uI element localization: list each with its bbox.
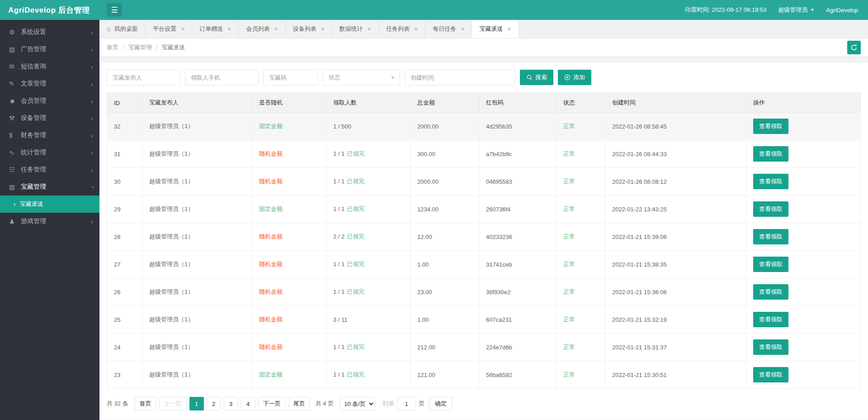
claim-done-label: 已领完: [347, 205, 364, 212]
sidebar-item-label: 会员管理: [21, 97, 91, 105]
page-3-button[interactable]: 3: [224, 397, 238, 410]
sidebar-subitem-treasure-delivery[interactable]: ›宝藏派送: [0, 196, 99, 213]
tab-close-icon[interactable]: ×: [274, 25, 278, 33]
action-cell: 查看领取: [746, 334, 861, 361]
tab-close-icon[interactable]: ×: [368, 25, 371, 33]
tab-data-stats[interactable]: 数据统计×: [332, 20, 379, 38]
column-header: 状态: [557, 93, 605, 113]
created-time-cell: 2022-01-22 13:43:25: [605, 196, 746, 223]
table-row: 29 超级管理员（1） 固定金额 1 / 1已领完 1234.00 260736…: [107, 196, 861, 223]
page-first-button[interactable]: 首页: [135, 397, 156, 410]
sidebar-item-article-management[interactable]: ✎文章管理‹: [0, 75, 99, 92]
sidebar-item-device-management[interactable]: ⚒设备管理‹: [0, 110, 99, 127]
status-cell: 正常: [557, 196, 605, 223]
claim-count-cell: 3 / 11: [326, 306, 410, 334]
page-last-button[interactable]: 尾页: [288, 397, 310, 410]
sidebar-item-ad-management[interactable]: ▧广告管理‹: [0, 41, 99, 58]
claim-progress: 1 / 1: [333, 288, 344, 295]
sidebar-item-member-management[interactable]: ☻会员管理‹: [0, 92, 99, 110]
sidebar-item-system-settings[interactable]: ⚙系统设置‹: [0, 24, 99, 41]
tab-device-list[interactable]: 设备列表×: [286, 20, 332, 38]
page-2-button[interactable]: 2: [207, 397, 221, 410]
claim-progress: 1 / 500: [333, 123, 351, 130]
page-4-button[interactable]: 4: [241, 397, 255, 410]
search-button[interactable]: 搜索: [520, 70, 553, 85]
sidebar-item-label: 广告管理: [21, 45, 91, 53]
action-cell: 查看领取: [746, 251, 861, 278]
claim-done-label: 已领完: [347, 344, 364, 350]
sidebar-item-stats-management[interactable]: ∿统计管理‹: [0, 144, 99, 161]
amount-cell: 23.00: [410, 278, 479, 306]
page-1-button[interactable]: 1: [189, 397, 204, 410]
phone-filter-input[interactable]: [185, 69, 259, 86]
redpacket-code-cell: 40233236: [479, 223, 557, 251]
tab-platform-settings[interactable]: 平台设置×: [146, 20, 192, 38]
header-time: 印度时间: 2022-09-17 06:19:53: [685, 6, 766, 14]
sidebar-item-sms-query[interactable]: ✉短信查询‹: [0, 58, 99, 75]
status-select[interactable]: 状态 ▼: [323, 69, 400, 86]
action-cell: 查看领取: [746, 168, 861, 196]
tab-desktop[interactable]: ⌂我的桌面: [99, 20, 146, 38]
tab-order-gift[interactable]: 订单赠送×: [192, 20, 239, 38]
breadcrumb-item[interactable]: 首页: [107, 43, 118, 52]
tab-close-icon[interactable]: ×: [181, 25, 184, 33]
plus-circle-icon: [564, 74, 571, 81]
tab-label: 会员列表: [246, 25, 269, 33]
tab-task-list[interactable]: 任务列表×: [379, 20, 425, 38]
treasure-table: ID宝藏发布人是否随机领取人数总金额红包码状态创建时间操作 32 超级管理员（1…: [107, 93, 861, 389]
view-claims-button[interactable]: 查看领取: [753, 174, 788, 189]
chevron-icon: ‹: [91, 97, 93, 105]
breadcrumb-item[interactable]: 宝藏管理: [128, 43, 152, 52]
user-menu[interactable]: 超级管理员 ▼: [778, 6, 814, 14]
page-size-select[interactable]: 10 条/页: [340, 397, 375, 410]
chevron-icon: ‹: [91, 115, 93, 122]
view-claims-button[interactable]: 查看领取: [753, 312, 788, 327]
tab-close-icon[interactable]: ×: [227, 25, 231, 33]
jump-page-input[interactable]: [397, 397, 416, 410]
view-claims-button[interactable]: 查看领取: [753, 339, 788, 355]
confirm-button[interactable]: 确定: [429, 397, 453, 410]
sidebar-item-finance-management[interactable]: $财务管理‹: [0, 127, 99, 144]
publisher-cell: 超级管理员（1）: [142, 196, 252, 223]
column-header: 是否随机: [252, 93, 326, 113]
view-claims-button[interactable]: 查看领取: [753, 119, 788, 134]
redpacket-code-cell: 56ba6582: [479, 361, 557, 389]
tab-close-icon[interactable]: ×: [461, 25, 464, 33]
tab-member-list[interactable]: 会员列表×: [239, 20, 285, 38]
publisher-filter-input[interactable]: [107, 69, 180, 86]
code-filter-input[interactable]: [263, 69, 318, 86]
redpacket-code-cell: 224e7d6b: [479, 334, 557, 361]
chevron-icon: ‹: [91, 63, 93, 71]
sidebar-item-game-management[interactable]: ♟游戏管理‹: [0, 213, 99, 230]
view-claims-button[interactable]: 查看领取: [753, 257, 788, 272]
tab-close-icon[interactable]: ×: [507, 25, 511, 33]
view-claims-button[interactable]: 查看领取: [753, 367, 788, 382]
random-type-cell: 随机金额: [252, 306, 326, 334]
sidebar-toggle-button[interactable]: ☰: [107, 3, 122, 17]
gear-icon: ⚙: [9, 29, 21, 36]
sidebar-item-task-management[interactable]: ☷任务管理‹: [0, 161, 99, 178]
add-button[interactable]: 添加: [558, 70, 591, 85]
finance-icon: $: [9, 132, 21, 139]
sidebar-item-treasure-management[interactable]: ▥宝藏管理‹: [0, 178, 99, 196]
refresh-button[interactable]: [847, 41, 861, 54]
column-header: 领取人数: [326, 93, 410, 113]
tab-treasure-delivery[interactable]: 宝藏派送×: [472, 20, 519, 38]
random-type-label: 随机金额: [259, 344, 283, 350]
view-claims-button[interactable]: 查看领取: [753, 229, 788, 244]
tab-close-icon[interactable]: ×: [414, 25, 418, 33]
tab-close-icon[interactable]: ×: [321, 25, 325, 33]
publisher-cell: 超级管理员（1）: [142, 168, 252, 196]
status-label: 正常: [563, 123, 575, 129]
redpacket-code-cell: 38f930e2: [479, 278, 557, 306]
user-name: 超级管理员: [778, 6, 807, 14]
chevron-icon: ‹: [91, 132, 93, 139]
view-claims-button[interactable]: 查看领取: [753, 146, 788, 162]
brand-link[interactable]: AgriDevelop: [826, 7, 858, 14]
view-claims-button[interactable]: 查看领取: [753, 201, 788, 217]
created-time-filter-input[interactable]: [405, 69, 515, 86]
tab-daily-task[interactable]: 每日任务×: [425, 20, 472, 38]
view-claims-button[interactable]: 查看领取: [753, 284, 788, 300]
page-next-button[interactable]: 下一页: [258, 397, 286, 410]
search-button-label: 搜索: [535, 73, 547, 81]
